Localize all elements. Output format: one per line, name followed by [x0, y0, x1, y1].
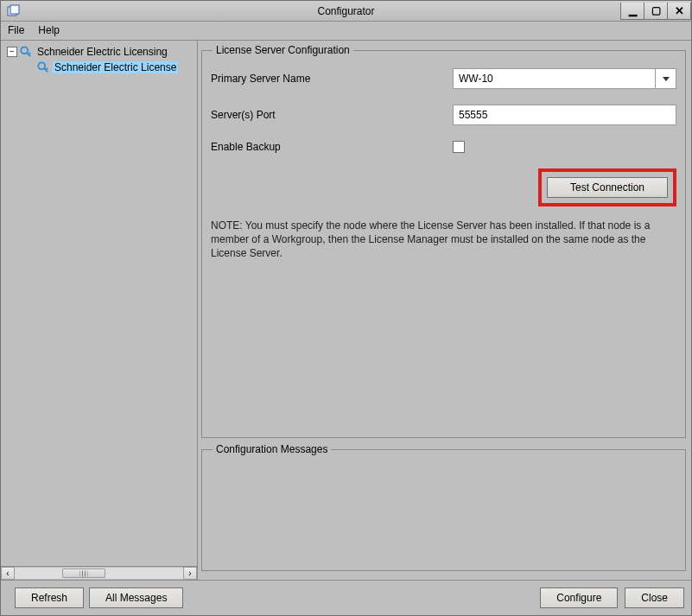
enable-backup-row: Enable Backup [211, 141, 676, 153]
scroll-right-arrow[interactable]: › [183, 567, 197, 580]
tree-root-label: Schneider Electric Licensing [35, 46, 169, 58]
enable-backup-checkbox[interactable] [453, 141, 465, 153]
configurator-window: Configurator ▁ ▢ ✕ File Help − Schneider… [0, 0, 692, 616]
maximize-button[interactable]: ▢ [644, 3, 668, 20]
menu-bar: File Help [1, 22, 691, 41]
key-icon [20, 46, 32, 58]
svg-rect-1 [10, 5, 19, 14]
all-messages-button[interactable]: All Messages [89, 587, 183, 608]
test-connection-button[interactable]: Test Connection [547, 177, 668, 198]
navigation-tree[interactable]: − Schneider Electric Licensing Schneider… [1, 41, 197, 566]
key-icon [37, 61, 49, 73]
svg-line-4 [29, 53, 31, 54]
main-panel: License Server Configuration Primary Ser… [198, 41, 691, 580]
tree-root-row[interactable]: − Schneider Electric Licensing [1, 44, 197, 60]
tree-collapse-icon[interactable]: − [7, 47, 17, 57]
configuration-messages-group: Configuration Messages [201, 443, 686, 571]
highlight-annotation: Test Connection [538, 168, 676, 206]
primary-server-dropdown-button[interactable] [656, 68, 676, 89]
window-title: Configurator [317, 5, 374, 17]
messages-group-title: Configuration Messages [213, 443, 331, 455]
minimize-button[interactable]: ▁ [620, 3, 644, 20]
primary-server-input[interactable] [453, 68, 656, 89]
license-server-config-group: License Server Configuration Primary Ser… [201, 44, 686, 438]
primary-server-row: Primary Server Name [211, 68, 676, 89]
scroll-left-arrow[interactable]: ‹ [1, 567, 15, 580]
server-port-label: Server(s) Port [211, 109, 453, 121]
scroll-thumb[interactable] [62, 568, 105, 578]
server-port-input[interactable] [453, 105, 676, 125]
svg-line-7 [47, 68, 48, 70]
config-group-title: License Server Configuration [213, 44, 353, 56]
tree-horizontal-scrollbar[interactable]: ‹ › [1, 566, 197, 580]
title-bar: Configurator ▁ ▢ ✕ [1, 1, 691, 22]
primary-server-label: Primary Server Name [211, 73, 453, 85]
navigation-tree-panel: − Schneider Electric Licensing Schneider… [1, 41, 198, 580]
refresh-button[interactable]: Refresh [15, 587, 84, 608]
tree-child-row[interactable]: Schneider Electric License [1, 60, 197, 75]
enable-backup-label: Enable Backup [211, 141, 453, 153]
tree-child-label: Schneider Electric License [53, 61, 178, 73]
configure-button[interactable]: Configure [540, 587, 618, 608]
close-button[interactable]: Close [625, 587, 684, 608]
config-note-text: NOTE: You must specify the node where th… [211, 219, 676, 261]
chevron-down-icon [663, 77, 670, 81]
menu-help[interactable]: Help [31, 22, 67, 40]
server-port-row: Server(s) Port [211, 105, 676, 125]
scroll-track[interactable] [15, 567, 183, 580]
bottom-button-bar: Refresh All Messages Configure Close [1, 581, 691, 615]
close-window-button[interactable]: ✕ [667, 3, 691, 20]
menu-file[interactable]: File [1, 22, 31, 40]
app-icon [6, 4, 20, 18]
